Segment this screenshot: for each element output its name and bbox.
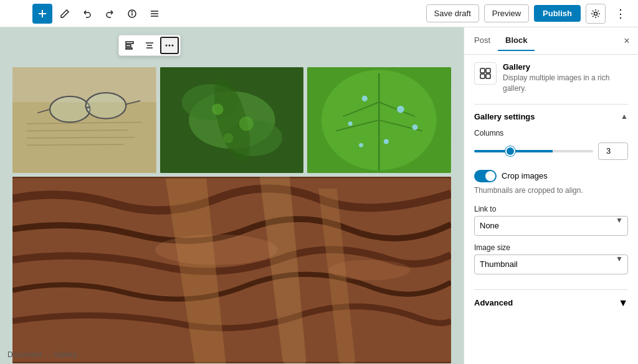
svg-line-24 bbox=[27, 138, 135, 138]
svg-point-27 bbox=[86, 93, 126, 119]
more-options-button[interactable]: ⋮ bbox=[611, 4, 631, 24]
svg-point-19 bbox=[172, 45, 174, 47]
toolbar-left: W bbox=[7, 4, 164, 24]
pencil-icon-button[interactable] bbox=[55, 4, 75, 24]
block-info-text: Gallery Display multiple images in a ric… bbox=[503, 62, 628, 94]
wp-logo-button[interactable]: W bbox=[7, 4, 27, 24]
editor-area: Document → Gallery bbox=[0, 27, 464, 364]
svg-rect-60 bbox=[480, 74, 485, 78]
gallery-image-2[interactable] bbox=[160, 67, 304, 173]
gallery-image-1-content bbox=[12, 67, 156, 173]
svg-point-47 bbox=[398, 106, 405, 113]
tab-block[interactable]: Block bbox=[498, 30, 535, 51]
svg-line-25 bbox=[27, 144, 124, 145]
breadcrumb-gallery[interactable]: Gallery bbox=[53, 350, 77, 359]
svg-point-10 bbox=[594, 12, 598, 15]
svg-point-57 bbox=[329, 260, 411, 281]
gallery-more-button[interactable] bbox=[160, 37, 179, 54]
save-draft-button[interactable]: Save draft bbox=[426, 4, 479, 22]
columns-label: Columns bbox=[474, 129, 628, 138]
breadcrumb: Document → Gallery bbox=[7, 350, 77, 359]
link-to-label: Link to bbox=[474, 205, 628, 213]
svg-point-51 bbox=[359, 143, 363, 147]
gallery-align-left-button[interactable] bbox=[120, 37, 139, 54]
sidebar: Post Block × Gallery Display multipl bbox=[464, 27, 638, 364]
tab-post[interactable]: Post bbox=[467, 30, 498, 51]
sidebar-header: Post Block × bbox=[464, 27, 638, 55]
gallery-image-3[interactable] bbox=[307, 67, 451, 173]
redo-button[interactable] bbox=[100, 4, 120, 24]
svg-rect-59 bbox=[486, 68, 490, 73]
block-title: Gallery bbox=[503, 62, 628, 72]
columns-control bbox=[474, 142, 628, 160]
advanced-header[interactable]: Advanced ▼ bbox=[474, 297, 628, 309]
block-description: Display multiple images in a rich galler… bbox=[503, 73, 628, 94]
svg-point-36 bbox=[212, 103, 223, 114]
block-toolbar bbox=[118, 35, 181, 56]
image-size-select[interactable]: Thumbnail Medium Large Full Size bbox=[474, 254, 628, 274]
gallery-image-large-content bbox=[12, 177, 451, 363]
svg-rect-12 bbox=[126, 45, 131, 47]
gallery-image-3-content bbox=[307, 67, 451, 173]
svg-line-28 bbox=[86, 107, 90, 108]
info-button[interactable] bbox=[122, 4, 142, 24]
gallery-image-1[interactable] bbox=[12, 67, 156, 173]
image-size-wrapper: Image size Thumbnail Medium Large Full S… bbox=[474, 243, 628, 274]
gallery-image-2-content bbox=[160, 67, 304, 173]
svg-text:W: W bbox=[14, 11, 21, 17]
image-size-label: Image size bbox=[474, 243, 628, 252]
svg-rect-11 bbox=[126, 42, 133, 44]
block-info: Gallery Display multiple images in a ric… bbox=[474, 62, 628, 94]
gallery-align-center-button[interactable] bbox=[140, 37, 159, 54]
list-view-button[interactable] bbox=[145, 4, 164, 24]
gallery-image-large[interactable] bbox=[12, 177, 451, 363]
add-block-button[interactable] bbox=[32, 4, 52, 24]
svg-point-38 bbox=[223, 133, 233, 143]
link-to-select[interactable]: None Media File Attachment Page bbox=[474, 216, 628, 236]
top-toolbar: W bbox=[0, 0, 638, 27]
sidebar-close-button[interactable]: × bbox=[618, 32, 636, 50]
svg-rect-13 bbox=[126, 48, 132, 49]
svg-point-17 bbox=[166, 45, 168, 47]
columns-slider[interactable] bbox=[474, 150, 593, 152]
publish-button[interactable]: Publish bbox=[534, 5, 581, 22]
breadcrumb-document[interactable]: Document bbox=[7, 350, 42, 359]
crop-images-toggle[interactable] bbox=[474, 170, 497, 182]
block-gallery-icon bbox=[474, 62, 497, 85]
advanced-section: Advanced ▼ bbox=[474, 289, 628, 316]
gallery-settings-section: Gallery settings ▲ Columns Crop images bbox=[474, 104, 628, 289]
undo-button[interactable] bbox=[77, 4, 97, 24]
advanced-label: Advanced bbox=[474, 298, 513, 307]
breadcrumb-arrow: → bbox=[44, 350, 51, 359]
crop-images-label: Crop images bbox=[502, 171, 548, 180]
svg-line-23 bbox=[27, 130, 127, 131]
svg-point-49 bbox=[412, 124, 418, 130]
gallery-settings-chevron-icon: ▲ bbox=[621, 112, 628, 121]
main-area: Document → Gallery Post Block × bbox=[0, 27, 638, 364]
svg-point-50 bbox=[384, 139, 389, 144]
svg-rect-61 bbox=[486, 74, 490, 78]
svg-point-26 bbox=[50, 96, 90, 123]
gallery-row-1 bbox=[12, 67, 451, 173]
columns-number-input[interactable] bbox=[598, 142, 628, 160]
toolbar-right: Save draft Preview Publish ⋮ bbox=[426, 4, 631, 24]
link-to-wrapper: Link to None Media File Attachment Page … bbox=[474, 205, 628, 236]
crop-images-row: Crop images bbox=[474, 170, 628, 182]
gallery-settings-header[interactable]: Gallery settings ▲ bbox=[474, 112, 628, 121]
crop-images-hint: Thumbnails are cropped to align. bbox=[474, 186, 628, 195]
svg-point-37 bbox=[239, 116, 254, 131]
columns-setting: Columns bbox=[474, 129, 628, 160]
settings-button[interactable] bbox=[586, 4, 606, 24]
advanced-chevron-icon: ▼ bbox=[618, 297, 628, 309]
svg-point-48 bbox=[348, 121, 353, 126]
gallery-settings-title: Gallery settings bbox=[474, 112, 535, 121]
svg-point-56 bbox=[155, 235, 277, 265]
sidebar-content: Gallery Display multiple images in a ric… bbox=[464, 55, 638, 324]
svg-point-18 bbox=[169, 45, 171, 47]
svg-rect-58 bbox=[480, 68, 485, 73]
svg-point-46 bbox=[362, 96, 368, 101]
svg-point-6 bbox=[132, 11, 133, 12]
preview-button[interactable]: Preview bbox=[484, 4, 529, 22]
